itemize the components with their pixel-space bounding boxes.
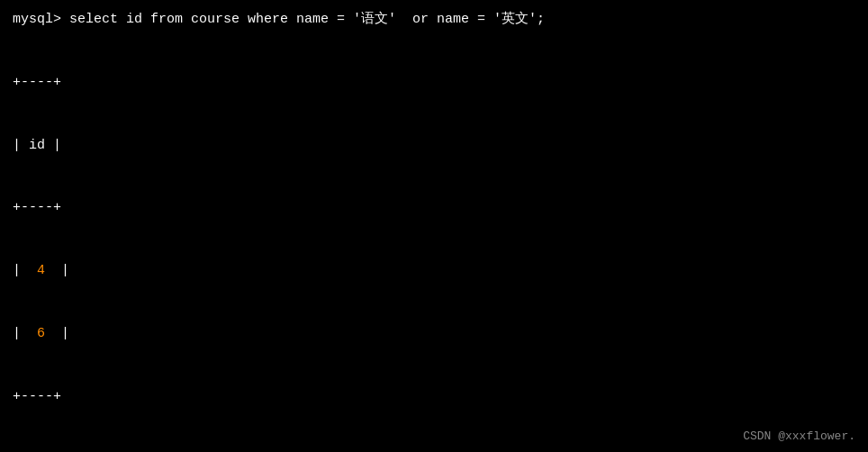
table1-top-border: +----+	[13, 72, 855, 93]
prompt1: mysql>	[13, 12, 69, 27]
cmd1-text: select id from course where name = '语文' …	[69, 12, 545, 27]
table1-header: | id |	[13, 135, 855, 156]
query1-line: mysql> select id from course where name …	[13, 9, 855, 30]
table1-summary: 2 rows in set (0.00 sec)	[13, 448, 855, 452]
table1-val2: 6	[37, 326, 45, 341]
watermark: CSDN @xxxflower.	[743, 429, 855, 443]
table1-row1: | 4 |	[13, 260, 855, 281]
table1: +----+ | id | +----+ | 4 | | 6 | +----+ …	[13, 30, 855, 452]
table1-row2: | 6 |	[13, 323, 855, 344]
terminal-window: mysql> select id from course where name …	[0, 0, 868, 452]
table1-mid-border: +----+	[13, 197, 855, 218]
table1-bot-border: +----+	[13, 386, 855, 407]
table1-val1: 4	[37, 263, 45, 278]
